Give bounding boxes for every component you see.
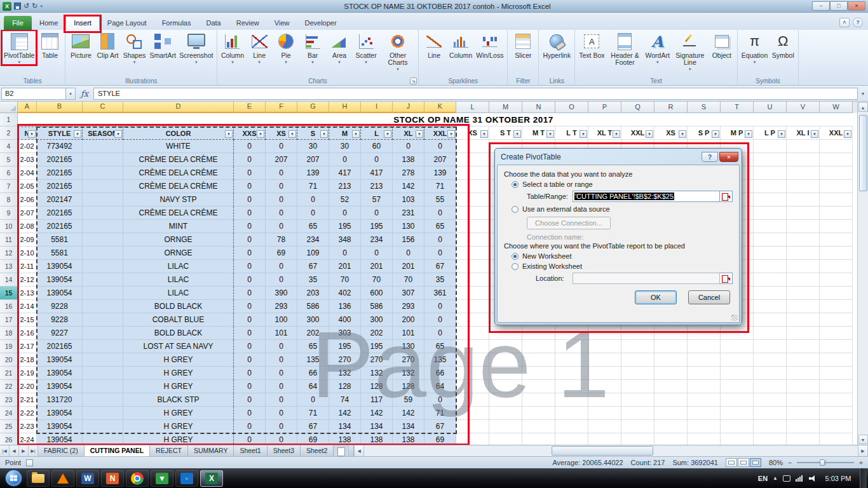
cell-b26[interactable]: 139054 [37,433,83,445]
cell-k14[interactable]: 35 [424,273,456,287]
filter-dropdown-icon[interactable]: ▾ [646,130,653,138]
minimize-button[interactable]: − [812,1,830,11]
column-header-b[interactable]: B [37,102,83,113]
row-header-8[interactable]: 8 [0,193,18,207]
cell-f7[interactable]: 0 [266,180,297,193]
cell-l4[interactable] [456,140,489,153]
cell-k25[interactable]: 67 [424,420,456,433]
cell-u6[interactable] [754,166,787,180]
row-header-19[interactable]: 19 [0,340,18,353]
cell-l8[interactable] [456,193,489,207]
cell-w13[interactable] [820,260,853,273]
cell-w4[interactable] [820,140,853,153]
cell-f4[interactable]: 0 [266,140,297,153]
cell-w5[interactable] [820,153,853,166]
cell-b16[interactable]: 9228 [37,300,83,313]
row-header-4[interactable]: 4 [0,140,18,153]
row-header-24[interactable]: 24 [0,407,18,420]
cell-w6[interactable] [820,166,853,180]
expand-formula-bar-icon[interactable]: ▾ [858,91,868,97]
cell-b18[interactable]: 9227 [37,327,83,340]
cell-a22[interactable]: 2-20 [18,380,37,393]
cell-h10[interactable]: 195 [329,220,361,233]
row-header-9[interactable]: 9 [0,207,18,220]
cell-v22[interactable] [787,380,820,393]
minimize-ribbon-icon[interactable]: ˄ [839,18,850,27]
cell-v12[interactable] [787,247,820,260]
cell-d5[interactable]: CRÈME DELA CRÈME [123,153,234,166]
cell-b14[interactable]: 139054 [37,273,83,287]
cell-e10[interactable]: 0 [234,220,266,233]
cell-c23[interactable] [83,393,123,407]
cell-e7[interactable]: 0 [234,180,266,193]
cell-q22[interactable] [621,380,654,393]
cell-b13[interactable]: 139054 [37,260,83,273]
filter-dropdown-icon[interactable]: ▾ [447,130,455,138]
cell-w16[interactable] [820,300,853,313]
cell-b19[interactable]: 202165 [37,340,83,353]
filter-header-m[interactable]: S T▾ [489,126,522,140]
filter-dropdown-icon[interactable]: ▾ [114,130,122,138]
cell-u25[interactable] [754,420,787,433]
cell-e6[interactable]: 0 [234,166,266,180]
cell-i13[interactable]: 201 [361,260,393,273]
cell-u21[interactable] [754,367,787,380]
sheet-nav-icon-0[interactable]: |◀ [0,445,10,456]
cell-c13[interactable] [83,260,123,273]
cell-c11[interactable] [83,233,123,247]
cell-w14[interactable] [820,273,853,287]
cell-e22[interactable]: 0 [234,380,266,393]
redo-icon[interactable]: ↻ [32,3,37,10]
cell-s22[interactable] [688,380,721,393]
cell-r26[interactable] [654,433,688,445]
cell-k12[interactable]: 0 [424,247,456,260]
cell-b11[interactable]: 5581 [37,233,83,247]
show-desktop-button[interactable] [860,468,867,488]
row-header-17[interactable]: 17 [0,313,18,327]
cell-c12[interactable] [83,247,123,260]
cell-f14[interactable]: 0 [266,273,297,287]
cell-a20[interactable]: 2-18 [18,353,37,367]
cell-a12[interactable]: 2-10 [18,247,37,260]
filter-dropdown-icon[interactable]: ▾ [811,130,818,138]
ribbon-tab-formulas[interactable]: Formulas [154,16,199,30]
sheet-tab-sheet3[interactable]: Sheet3 [268,445,301,456]
row-header-6[interactable]: 6 [0,166,18,180]
cell-l9[interactable] [456,207,489,220]
cell-v11[interactable] [787,233,820,247]
cell-t18[interactable] [721,327,754,340]
cell-b12[interactable]: 5581 [37,247,83,260]
cell-q24[interactable] [621,407,654,420]
column-header-s[interactable]: S [688,102,721,113]
cell-f24[interactable]: 0 [266,407,297,420]
cell-h26[interactable]: 138 [329,433,361,445]
horizontal-scrollbar[interactable]: ◀ ▶ [354,445,868,456]
cell-v5[interactable] [787,153,820,166]
cell-d11[interactable]: ORNGE [123,233,234,247]
normal-view-icon[interactable] [726,458,737,467]
cell-h4[interactable]: 30 [329,140,361,153]
cell-d16[interactable]: BOLD BLACK [123,300,234,313]
cell-b8[interactable]: 202147 [37,193,83,207]
pivottable-button[interactable]: PivotTable▾ [2,30,36,65]
cell-j8[interactable]: 103 [393,193,424,207]
row-header-1[interactable]: 1 [0,113,18,126]
cell-b21[interactable]: 139054 [37,367,83,380]
cell-b10[interactable]: 202165 [37,220,83,233]
cell-j12[interactable]: 0 [393,247,424,260]
cell-w26[interactable] [820,433,853,445]
cell-c25[interactable] [83,420,123,433]
cell-d20[interactable]: H GREY [123,353,234,367]
cell-s26[interactable] [688,433,721,445]
cell-c5[interactable] [83,153,123,166]
excel-logo-icon[interactable]: X [3,2,11,11]
cell-a14[interactable]: 2-12 [18,273,37,287]
column-header-p[interactable]: P [588,102,621,113]
cell-e8[interactable]: 0 [234,193,266,207]
cell-c15[interactable] [83,287,123,300]
shapes-button[interactable]: Shapes▾ [121,30,147,65]
ribbon-tab-insert[interactable]: Insert [65,16,100,30]
cell-n26[interactable] [522,433,555,445]
filter-header-f[interactable]: XS▾ [266,126,297,140]
vlc-icon[interactable] [51,470,74,487]
